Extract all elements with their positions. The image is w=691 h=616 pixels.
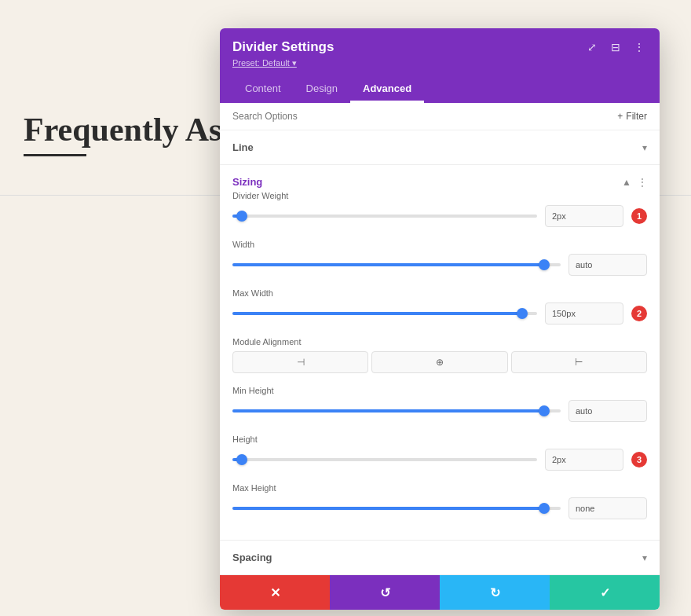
panel-header: Divider Settings ⤢ ⊟ ⋮ Preset: Default ▾ — [220, 28, 660, 76]
panel-tabs: Content Design Advanced — [220, 76, 660, 103]
filter-plus-icon: + — [617, 111, 623, 122]
preset-link[interactable]: Preset: Default ▾ — [232, 58, 297, 68]
panel-title: Divider Settings — [232, 39, 334, 55]
cancel-icon: ✕ — [270, 585, 280, 600]
sizing-more-icon[interactable]: ⋮ — [638, 177, 647, 188]
panel-body: + Filter Line ▾ Sizing ▲ ⋮ — [220, 103, 660, 575]
sizing-settings: Divider Weight 1 Width — [220, 191, 660, 540]
divider-weight-badge: 1 — [631, 208, 647, 224]
sizing-section-header: Sizing ▲ ⋮ — [220, 165, 660, 191]
tab-advanced[interactable]: Advanced — [350, 76, 424, 103]
align-right-icon: ⊢ — [575, 357, 583, 368]
filter-label: Filter — [626, 111, 647, 122]
redo-icon: ↻ — [490, 585, 500, 600]
search-bar: + Filter — [220, 103, 660, 130]
max-width-control: 2 — [232, 302, 647, 324]
max-width-label: Max Width — [232, 288, 647, 298]
min-height-fill — [232, 409, 544, 412]
max-height-slider[interactable] — [232, 507, 561, 510]
max-width-input[interactable] — [545, 302, 623, 324]
width-input[interactable] — [569, 254, 647, 276]
max-height-label: Max Height — [232, 483, 647, 493]
min-height-label: Min Height — [232, 386, 647, 395]
max-width-badge: 2 — [631, 306, 647, 321]
modal-overlay: Divider Settings ⤢ ⊟ ⋮ Preset: Default ▾… — [0, 0, 691, 616]
align-center-button[interactable]: ⊕ — [371, 351, 507, 373]
spacing-section-title: Spacing — [232, 552, 272, 563]
search-input[interactable] — [232, 111, 617, 122]
filter-button[interactable]: + Filter — [617, 111, 647, 122]
cancel-button[interactable]: ✕ — [220, 575, 330, 610]
columns-icon[interactable]: ⊟ — [608, 39, 623, 55]
sizing-section: Sizing ▲ ⋮ Divider Weight — [220, 165, 660, 540]
max-width-fill — [232, 312, 522, 315]
setting-row-module-alignment: Module Alignment ⊣ ⊕ ⊢ — [232, 337, 647, 373]
height-slider[interactable] — [232, 458, 537, 461]
height-input[interactable] — [545, 449, 623, 471]
max-height-fill — [232, 507, 544, 510]
divider-weight-label: Divider Weight — [232, 191, 647, 200]
min-height-thumb[interactable] — [539, 405, 550, 416]
setting-row-max-width: Max Width 2 — [232, 288, 647, 324]
tab-design[interactable]: Design — [294, 76, 350, 103]
width-control — [232, 254, 647, 276]
redo-button[interactable]: ↻ — [440, 575, 550, 610]
undo-icon: ↺ — [380, 585, 390, 600]
undo-button[interactable]: ↺ — [330, 575, 440, 610]
spacing-section-header: Spacing ▾ — [220, 541, 660, 575]
align-left-icon: ⊣ — [297, 357, 305, 368]
max-width-slider[interactable] — [232, 312, 537, 315]
panel-header-icons: ⤢ ⊟ ⋮ — [584, 39, 647, 55]
setting-row-divider-weight: Divider Weight 1 — [232, 191, 647, 227]
width-slider[interactable] — [232, 263, 561, 266]
more-icon[interactable]: ⋮ — [631, 39, 647, 55]
min-height-input[interactable] — [569, 400, 647, 422]
line-section-header: Line ▾ — [220, 130, 660, 165]
divider-weight-slider[interactable] — [232, 214, 537, 218]
max-height-control — [232, 497, 647, 519]
align-right-button[interactable]: ⊢ — [511, 351, 647, 373]
min-height-slider[interactable] — [232, 409, 561, 412]
save-button[interactable]: ✓ — [550, 575, 660, 610]
alignment-group: ⊣ ⊕ ⊢ — [232, 351, 647, 373]
setting-row-max-height: Max Height — [232, 483, 647, 519]
line-section-chevron[interactable]: ▾ — [642, 142, 647, 153]
height-thumb[interactable] — [236, 454, 247, 465]
sizing-section-icons: ▲ ⋮ — [622, 177, 647, 188]
module-alignment-label: Module Alignment — [232, 337, 647, 346]
module-alignment-control: ⊣ ⊕ ⊢ — [232, 351, 647, 373]
max-height-input[interactable] — [569, 497, 647, 519]
expand-icon[interactable]: ⤢ — [584, 39, 600, 55]
max-width-thumb[interactable] — [517, 308, 528, 319]
max-height-thumb[interactable] — [539, 503, 550, 514]
divider-weight-thumb[interactable] — [236, 211, 247, 222]
sizing-section-title: Sizing — [232, 176, 262, 188]
setting-row-width: Width — [232, 240, 647, 276]
min-height-control — [232, 400, 647, 422]
divider-weight-control: 1 — [232, 205, 647, 227]
panel-preset: Preset: Default ▾ — [232, 58, 647, 68]
setting-row-min-height: Min Height — [232, 386, 647, 422]
height-badge: 3 — [631, 452, 647, 468]
spacing-section: Spacing ▾ — [220, 540, 660, 575]
align-center-icon: ⊕ — [436, 357, 444, 368]
height-label: Height — [232, 434, 647, 444]
spacing-chevron[interactable]: ▾ — [642, 552, 647, 563]
setting-row-height: Height 3 — [232, 434, 647, 471]
panel-footer: ✕ ↺ ↻ ✓ — [220, 575, 660, 610]
height-control: 3 — [232, 449, 647, 471]
sizing-chevron-up[interactable]: ▲ — [622, 177, 631, 188]
align-left-button[interactable]: ⊣ — [232, 351, 368, 373]
divider-weight-input[interactable] — [545, 205, 623, 227]
line-section-title: Line — [232, 141, 254, 153]
width-fill — [232, 263, 544, 266]
tab-content[interactable]: Content — [232, 76, 294, 103]
settings-panel: Divider Settings ⤢ ⊟ ⋮ Preset: Default ▾… — [220, 28, 660, 610]
save-icon: ✓ — [600, 585, 610, 600]
width-label: Width — [232, 240, 647, 249]
width-thumb[interactable] — [539, 259, 550, 270]
